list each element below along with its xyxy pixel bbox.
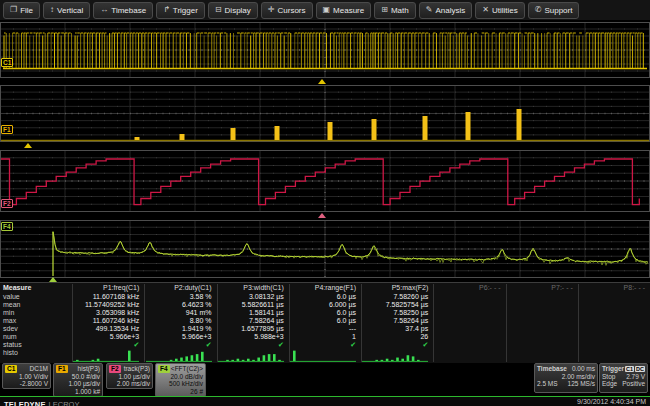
- channel-chip-f2: F2: [109, 365, 121, 373]
- timebase-icon: ↔: [100, 6, 108, 14]
- measure-value-cell: 7.58250 µs: [361, 309, 433, 317]
- descriptor-line: 26 #: [158, 388, 203, 396]
- grid-f1-histogram[interactable]: [0, 85, 650, 142]
- brand-logo: TELEDYNELECROY: [4, 393, 79, 406]
- channel-indicator-c1[interactable]: C1: [1, 58, 13, 67]
- math-icon: ⊞: [381, 6, 388, 14]
- measure-column-header-p5[interactable]: P5:max(F2): [361, 283, 433, 293]
- brand-lecroy: LECROY: [49, 400, 80, 406]
- display-icon: ⊟: [215, 6, 222, 14]
- column-separator: [144, 284, 145, 362]
- support-icon: ✆: [535, 6, 542, 14]
- channel-indicator-f2[interactable]: F2: [1, 199, 13, 208]
- menu-button-display[interactable]: ⊟Display: [208, 2, 258, 19]
- menu-button-trigger[interactable]: ↱Trigger: [156, 2, 205, 19]
- measure-value-cell: 6.0 µs: [289, 309, 361, 317]
- trigger-type: Edge: [602, 380, 617, 388]
- menu-label: Analysis: [435, 6, 465, 15]
- measure-mini-histogram: [146, 349, 212, 362]
- f1-position-marker[interactable]: [24, 143, 32, 148]
- measure-row-max: max11.607246 kHz8.80 %7.58264 µs6.0 µs7.…: [0, 317, 650, 325]
- descriptor-f2[interactable]: F2track(P3)1.00 µs/div2.00 ms/div: [106, 363, 153, 389]
- channel-indicator-f4[interactable]: F4: [1, 222, 13, 231]
- descriptor-title: <FFT(C2)>: [171, 365, 203, 373]
- clock-datetime: 9/30/2012 4:40:34 PM: [577, 398, 646, 405]
- measure-histicon-cell: [217, 349, 289, 363]
- measure-row-label: mean: [0, 301, 72, 309]
- menu-button-utilities[interactable]: ✕Utilities: [475, 2, 524, 19]
- menu-label: Timebase: [111, 6, 146, 15]
- measure-row-value: value11.607168 kHz3.58 %3.08132 µs6.0 µs…: [0, 293, 650, 301]
- measure-row-label: num: [0, 333, 72, 341]
- measure-value-cell: 6.0 µs: [289, 293, 361, 301]
- measure-row-status: status✔✔✔✔✔: [0, 341, 650, 349]
- menu-button-cursors[interactable]: ✛Cursors: [261, 2, 313, 19]
- channel-indicator-f1[interactable]: F1: [1, 125, 13, 134]
- grid-f4-fft[interactable]: [0, 220, 650, 278]
- oscilloscope-screen: ❐File↕Vertical↔Timebase↱Trigger⊟Display✛…: [0, 0, 650, 406]
- measure-value-cell: 1: [289, 333, 361, 341]
- measure-column-header-p7[interactable]: P7:- - -: [506, 283, 578, 293]
- menu-button-math[interactable]: ⊞Math: [374, 2, 416, 19]
- measure-value-cell: ---: [289, 325, 361, 333]
- measure-row-min: min3.053098 kHz941 m%1.58141 µs6.0 µs7.5…: [0, 309, 650, 317]
- measure-icon: ▣: [323, 6, 331, 14]
- measure-value-cell: 8.80 %: [144, 317, 216, 325]
- measure-column-header-p1[interactable]: P1:freq(C1): [72, 283, 144, 293]
- measure-value-cell: 1.58141 µs: [217, 309, 289, 317]
- measure-row-label: max: [0, 317, 72, 325]
- measure-value-cell: 11.607246 kHz: [72, 317, 144, 325]
- measure-column-header-p3[interactable]: P3:width(C1): [217, 283, 289, 293]
- descriptor-line: 20.0 dB/div: [158, 373, 203, 381]
- trigger-descriptor[interactable]: Trigger C1DC Stop 2.79 V Edge Positive: [599, 363, 648, 393]
- column-separator: [289, 284, 290, 362]
- vertical-icon: ↕: [50, 6, 54, 14]
- column-separator: [361, 284, 362, 362]
- measure-histicon-cell: [506, 349, 578, 363]
- measure-status-cell: ✔: [144, 341, 216, 349]
- measure-status-cell: ✔: [217, 341, 289, 349]
- menu-button-measure[interactable]: ▣Measure: [316, 2, 372, 19]
- measure-histicon-cell: [361, 349, 433, 363]
- grid-f2-track[interactable]: [0, 150, 650, 212]
- column-separator: [578, 284, 579, 362]
- measure-value-cell: 6.0 µs: [289, 317, 361, 325]
- descriptor-header: C1DC1M: [5, 365, 48, 373]
- menu-button-timebase[interactable]: ↔Timebase: [93, 2, 153, 19]
- menu-label: Utilities: [492, 6, 518, 15]
- measure-value-cell: [578, 293, 650, 301]
- timebase-samples: 2.5 MS: [537, 380, 558, 388]
- measure-value-cell: 3.08132 µs: [217, 293, 289, 301]
- descriptor-c1[interactable]: C1DC1M1.00 V/div-2.8000 V: [2, 363, 51, 389]
- trigger-time-marker[interactable]: [318, 79, 326, 84]
- measure-column-header-p2[interactable]: P2:duty(C1): [144, 283, 216, 293]
- measure-status-cell: [506, 341, 578, 349]
- measure-status-cell: ✔: [361, 341, 433, 349]
- trigger-source-chips: C1DC: [624, 365, 645, 373]
- measure-column-header-p6[interactable]: P6:- - -: [433, 283, 505, 293]
- column-separator: [217, 284, 218, 362]
- measure-value-cell: 5.966e+3: [72, 333, 144, 341]
- measure-column-header-p8[interactable]: P8:- - -: [578, 283, 650, 293]
- trigger-icon: ↱: [163, 6, 170, 14]
- measure-row-histo: histo: [0, 349, 650, 363]
- menu-button-support[interactable]: ✆Support: [528, 2, 580, 19]
- measure-row-label: min: [0, 309, 72, 317]
- menu-label: Measure: [333, 6, 364, 15]
- timebase-descriptor[interactable]: Timebase 0.00 ms 2.00 ms/div 2.5 MS 125 …: [534, 363, 598, 393]
- measure-value-cell: 6.000 µs: [289, 301, 361, 309]
- menu-button-analysis[interactable]: ✎Analysis: [419, 2, 473, 19]
- trigger-chip-dc: DC: [635, 366, 645, 372]
- grid-c1-signal[interactable]: [0, 22, 650, 78]
- f4-peak-marker[interactable]: [49, 277, 57, 282]
- measure-column-header-p4[interactable]: P4:range(F1): [289, 283, 361, 293]
- descriptor-f4[interactable]: F4<FFT(C2)>20.0 dB/div500 kHz/div26 #: [155, 363, 206, 397]
- measure-value-cell: 7.58260 µs: [361, 293, 433, 301]
- menu-button-file[interactable]: ❐File: [3, 2, 40, 19]
- menu-bar: ❐File↕Vertical↔Timebase↱Trigger⊟Display✛…: [0, 0, 650, 20]
- f2-trigger-marker[interactable]: [318, 213, 326, 218]
- menu-label: Math: [391, 6, 409, 15]
- measure-value-cell: [578, 333, 650, 341]
- measure-value-cell: [506, 309, 578, 317]
- menu-button-vertical[interactable]: ↕Vertical: [43, 2, 90, 19]
